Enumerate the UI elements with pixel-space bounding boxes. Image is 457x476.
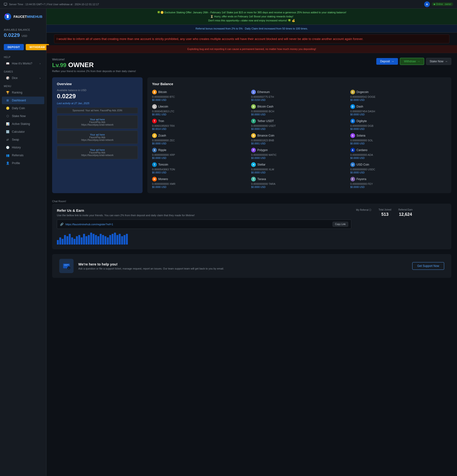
coin-amount: 0.0000000000 XMR (152, 182, 248, 185)
coin-header: U USD Coin (350, 162, 447, 167)
sidebar-logo: FAUCETMINEHUB (0, 12, 46, 26)
deposit-button[interactable]: DEPOSIT (4, 44, 24, 50)
coin-name: Feyorra (357, 178, 366, 181)
chart-bar (95, 235, 97, 245)
chart-bar (107, 238, 109, 245)
sidebar-item-referrals[interactable]: 👥 Referrals (2, 152, 44, 159)
coin-item-eth: Ξ Ethereum 0.0000050775 ETH $0.0159 USD (251, 90, 347, 101)
ad-box-3: Your ad here FaucetPay Ads https://fauce… (57, 146, 138, 159)
coin-name: Bitcoin (158, 90, 167, 94)
get-support-button[interactable]: Get Support Now (412, 262, 444, 270)
coin-header: M Monero (152, 177, 248, 181)
coin-name: Ripple (158, 148, 166, 152)
calculator-icon: 🔢 (6, 130, 9, 134)
coin-amount: 0.0000000000 USDC (350, 168, 447, 171)
coin-usd: $0.0000 USD (251, 171, 347, 174)
coin-header: X Ripple (152, 148, 248, 153)
ad-sponsored: Sponsored: Your ad here. FaucetPay Ads J… (57, 108, 138, 113)
coin-name: Dash (357, 105, 363, 108)
coin-amount: 0.0000000000 TARA (251, 182, 347, 185)
sidebar-item-calculator[interactable]: 🔢 Calculator (2, 128, 44, 136)
support-title: We're here to help you! (78, 262, 407, 266)
coin-usd: $0.0000 USD (350, 113, 447, 116)
grid-icon: ⊞ (6, 99, 9, 102)
chart-bar (74, 239, 76, 245)
book-icon: 📖 (6, 62, 9, 65)
logo-text-faucet: FAUCET (14, 15, 27, 18)
overview-card: Overview Available balance in USD 0.0229… (52, 77, 143, 193)
coin-icon-trx: T (152, 119, 157, 123)
welcome-deposit-button[interactable]: Deposit → (376, 58, 398, 65)
coin-amount: 0.0000001823 BNB (251, 139, 347, 142)
stake-label: Stake Now (430, 60, 443, 63)
coin-name: Tether USDT (257, 119, 274, 123)
coin-item-tara: T Taraxa 0.0000000000 TARA $0.0000 USD (251, 177, 347, 188)
coin-item-doge: D Dogecoin 0.0000000542 DOGE $0.0000 USD (350, 90, 447, 101)
coin-name: Toncoin (158, 163, 168, 166)
welcome-actions: Deposit → Withdraw → Stake Now → (376, 58, 451, 65)
sidebar-item-profile[interactable]: 👤 Profile (2, 159, 44, 167)
coin-name: Tron (158, 119, 164, 123)
games-section-title: GAMES (0, 68, 46, 74)
overview-title: Overview (57, 82, 138, 86)
coin-amount: 0.0000000000 ADA (350, 153, 447, 156)
sidebar-item-ranking[interactable]: 🏆 Ranking (2, 89, 44, 96)
copy-link-button[interactable]: Copy Link (333, 222, 348, 227)
sidebar-item-dice[interactable]: 🎲 Dice › (2, 74, 44, 82)
sidebar-item-label: Daily Coin (12, 107, 25, 110)
overview-balance-label: Available balance in USD (57, 89, 138, 92)
coin-header: ₿ Bitcoin (152, 90, 248, 94)
ad-link-1[interactable]: Your ad here (60, 118, 135, 121)
sidebar-item-label: How it's Works? (12, 62, 32, 65)
referral-section: Refer Us & Earn Use the bellow link to i… (52, 204, 451, 249)
welcome-withdraw-button[interactable]: Withdraw → (400, 58, 424, 65)
referral-link-text: https://faucetminehub.com/register?ref=1 (65, 223, 331, 226)
withdraw-button[interactable]: WITHDRAW (26, 44, 49, 50)
swap-icon: ⇄ (6, 138, 9, 142)
coin-name: Digibyte (357, 119, 367, 123)
sidebar-item-active-staking[interactable]: 📊 Active Staking (2, 120, 44, 128)
referral-earn-stat: Referral Earn 12,624 (398, 208, 413, 217)
topbar: Server Time : 13:44:55 GMT+7 | First Use… (0, 0, 457, 8)
coin-header: B Bitcoin Cash (251, 104, 347, 109)
chart-bar (114, 233, 116, 245)
welcome-stake-button[interactable]: Stake Now → (426, 58, 451, 65)
coins-grid: ₿ Bitcoin 0.0000000000 BTC $0.0000 USD Ξ… (152, 90, 447, 188)
referral-chart (57, 233, 447, 245)
coin-header: T Tron (152, 119, 248, 123)
coin-header: Z Zcash (152, 133, 248, 138)
chart-bar (62, 239, 64, 245)
total-joined-value: 513 (379, 212, 391, 217)
ad-link-3[interactable]: Your ad here (60, 148, 135, 151)
coin-usd: $0.0000 USD (350, 99, 447, 101)
sidebar-item-dashboard[interactable]: ⊞ Dashboard (2, 97, 44, 104)
balance-section: AVAILABLE BALANCE 0.0229 USD (0, 26, 46, 41)
coins-icon: 🪙 (6, 106, 9, 110)
coin-item-dgb: D Digibyte 0.0000000000 DGB $0.0000 USD (350, 119, 447, 130)
sidebar-item-stake-now[interactable]: ⬡ Stake Now (2, 112, 44, 120)
level-heading: Lv.99 OWNER (52, 61, 136, 69)
coin-amount: 0.0000007454 DASH (350, 110, 447, 113)
sidebar-item-daily-coin[interactable]: 🪙 Daily Coin (2, 104, 44, 112)
coin-usd: $0.0000 USD (350, 128, 447, 130)
chart-bar (119, 234, 121, 245)
sidebar-item-history[interactable]: 🕐 History (2, 144, 44, 151)
trophy-icon: 🏆 (6, 91, 9, 94)
coin-usd: $0.0000 USD (152, 186, 248, 188)
sidebar-item-swap[interactable]: ⇄ Swap (2, 136, 44, 144)
sidebar-item-label: Swap (12, 138, 19, 141)
welcome-referral-info: Refferr your friend to receive 2% from t… (52, 70, 136, 73)
ad-link-2[interactable]: Your ad here (60, 133, 135, 136)
balance-currency: USD (22, 34, 27, 37)
welcome-left: Welcome! Lv.99 OWNER Refferr your friend… (52, 58, 136, 73)
multi-account-warning-container: I would like to inform all of users that… (50, 34, 453, 43)
sidebar-item-how-it-works[interactable]: 📖 How it's Works? › (2, 60, 44, 67)
ad-url-3: https://faucetpay.io/ad-network (60, 154, 135, 157)
coin-item-xrp: X Ripple 0.0000000000 XRP $0.0000 USD (152, 148, 248, 159)
online-dot (434, 4, 435, 5)
sidebar-item-label: Dashboard (12, 99, 26, 102)
chart-bar (57, 240, 59, 245)
coin-usd: $0.0000 USD (152, 157, 248, 159)
coin-header: D Digibyte (350, 119, 447, 123)
staking-offer-banner: 🍀🪙 Exclusive Staking Offer: January 26th… (46, 8, 457, 25)
